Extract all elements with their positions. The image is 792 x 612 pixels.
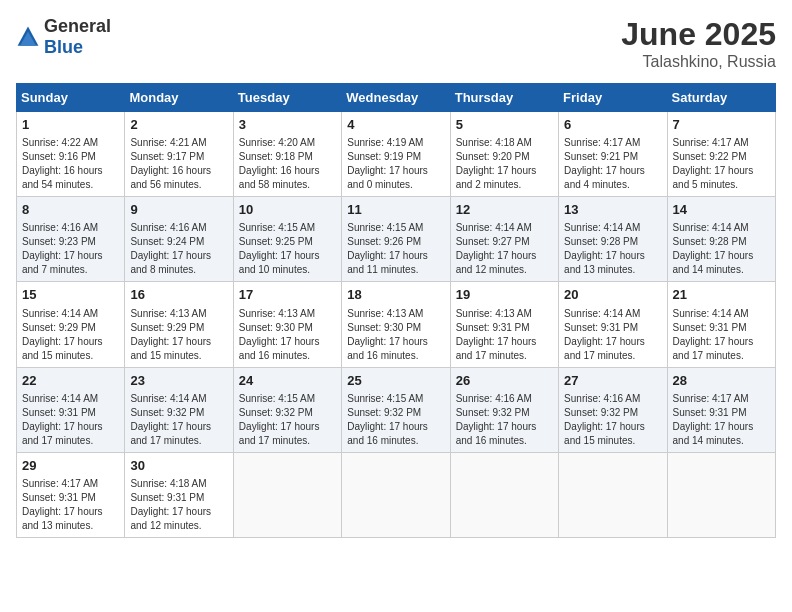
day-number: 20 [564, 286, 661, 304]
day-info: Sunrise: 4:13 AMSunset: 9:29 PMDaylight:… [130, 307, 227, 363]
table-row: 14Sunrise: 4:14 AMSunset: 9:28 PMDayligh… [667, 197, 775, 282]
day-info: Sunrise: 4:14 AMSunset: 9:29 PMDaylight:… [22, 307, 119, 363]
day-info: Sunrise: 4:14 AMSunset: 9:27 PMDaylight:… [456, 221, 553, 277]
calendar-week-row: 1Sunrise: 4:22 AMSunset: 9:16 PMDaylight… [17, 112, 776, 197]
table-row: 26Sunrise: 4:16 AMSunset: 9:32 PMDayligh… [450, 367, 558, 452]
day-info: Sunrise: 4:20 AMSunset: 9:18 PMDaylight:… [239, 136, 336, 192]
page-header: General Blue June 2025 Talashkino, Russi… [16, 16, 776, 71]
day-info: Sunrise: 4:21 AMSunset: 9:17 PMDaylight:… [130, 136, 227, 192]
table-row [342, 452, 450, 537]
day-info: Sunrise: 4:13 AMSunset: 9:31 PMDaylight:… [456, 307, 553, 363]
logo: General Blue [16, 16, 111, 58]
day-number: 28 [673, 372, 770, 390]
table-row: 7Sunrise: 4:17 AMSunset: 9:22 PMDaylight… [667, 112, 775, 197]
calendar-week-row: 29Sunrise: 4:17 AMSunset: 9:31 PMDayligh… [17, 452, 776, 537]
day-info: Sunrise: 4:13 AMSunset: 9:30 PMDaylight:… [239, 307, 336, 363]
day-number: 21 [673, 286, 770, 304]
table-row: 20Sunrise: 4:14 AMSunset: 9:31 PMDayligh… [559, 282, 667, 367]
table-row: 15Sunrise: 4:14 AMSunset: 9:29 PMDayligh… [17, 282, 125, 367]
day-number: 9 [130, 201, 227, 219]
table-row: 30Sunrise: 4:18 AMSunset: 9:31 PMDayligh… [125, 452, 233, 537]
day-info: Sunrise: 4:18 AMSunset: 9:20 PMDaylight:… [456, 136, 553, 192]
day-number: 26 [456, 372, 553, 390]
table-row: 10Sunrise: 4:15 AMSunset: 9:25 PMDayligh… [233, 197, 341, 282]
table-row: 6Sunrise: 4:17 AMSunset: 9:21 PMDaylight… [559, 112, 667, 197]
day-number: 16 [130, 286, 227, 304]
table-row: 24Sunrise: 4:15 AMSunset: 9:32 PMDayligh… [233, 367, 341, 452]
day-number: 27 [564, 372, 661, 390]
day-number: 22 [22, 372, 119, 390]
day-number: 3 [239, 116, 336, 134]
calendar-header-row: Sunday Monday Tuesday Wednesday Thursday… [17, 84, 776, 112]
calendar-week-row: 8Sunrise: 4:16 AMSunset: 9:23 PMDaylight… [17, 197, 776, 282]
table-row [233, 452, 341, 537]
day-number: 10 [239, 201, 336, 219]
calendar-table: Sunday Monday Tuesday Wednesday Thursday… [16, 83, 776, 538]
day-info: Sunrise: 4:15 AMSunset: 9:25 PMDaylight:… [239, 221, 336, 277]
table-row [450, 452, 558, 537]
day-number: 25 [347, 372, 444, 390]
col-wednesday: Wednesday [342, 84, 450, 112]
day-info: Sunrise: 4:15 AMSunset: 9:32 PMDaylight:… [347, 392, 444, 448]
table-row: 8Sunrise: 4:16 AMSunset: 9:23 PMDaylight… [17, 197, 125, 282]
day-number: 11 [347, 201, 444, 219]
day-info: Sunrise: 4:17 AMSunset: 9:21 PMDaylight:… [564, 136, 661, 192]
day-number: 15 [22, 286, 119, 304]
table-row: 12Sunrise: 4:14 AMSunset: 9:27 PMDayligh… [450, 197, 558, 282]
table-row: 4Sunrise: 4:19 AMSunset: 9:19 PMDaylight… [342, 112, 450, 197]
calendar-week-row: 22Sunrise: 4:14 AMSunset: 9:31 PMDayligh… [17, 367, 776, 452]
day-number: 17 [239, 286, 336, 304]
generalblue-logo-icon [16, 25, 40, 49]
day-number: 6 [564, 116, 661, 134]
day-info: Sunrise: 4:15 AMSunset: 9:32 PMDaylight:… [239, 392, 336, 448]
day-info: Sunrise: 4:14 AMSunset: 9:28 PMDaylight:… [673, 221, 770, 277]
col-sunday: Sunday [17, 84, 125, 112]
col-tuesday: Tuesday [233, 84, 341, 112]
table-row: 9Sunrise: 4:16 AMSunset: 9:24 PMDaylight… [125, 197, 233, 282]
logo-text: General Blue [44, 16, 111, 58]
day-info: Sunrise: 4:14 AMSunset: 9:31 PMDaylight:… [564, 307, 661, 363]
logo-general: General [44, 16, 111, 36]
table-row: 17Sunrise: 4:13 AMSunset: 9:30 PMDayligh… [233, 282, 341, 367]
calendar-location: Talashkino, Russia [621, 53, 776, 71]
day-number: 14 [673, 201, 770, 219]
day-info: Sunrise: 4:19 AMSunset: 9:19 PMDaylight:… [347, 136, 444, 192]
day-number: 30 [130, 457, 227, 475]
day-info: Sunrise: 4:14 AMSunset: 9:32 PMDaylight:… [130, 392, 227, 448]
col-monday: Monday [125, 84, 233, 112]
calendar-week-row: 15Sunrise: 4:14 AMSunset: 9:29 PMDayligh… [17, 282, 776, 367]
table-row: 18Sunrise: 4:13 AMSunset: 9:30 PMDayligh… [342, 282, 450, 367]
day-info: Sunrise: 4:15 AMSunset: 9:26 PMDaylight:… [347, 221, 444, 277]
day-info: Sunrise: 4:17 AMSunset: 9:31 PMDaylight:… [22, 477, 119, 533]
day-info: Sunrise: 4:14 AMSunset: 9:31 PMDaylight:… [22, 392, 119, 448]
day-info: Sunrise: 4:17 AMSunset: 9:31 PMDaylight:… [673, 392, 770, 448]
table-row [667, 452, 775, 537]
table-row: 19Sunrise: 4:13 AMSunset: 9:31 PMDayligh… [450, 282, 558, 367]
logo-blue: Blue [44, 37, 83, 57]
col-friday: Friday [559, 84, 667, 112]
table-row: 21Sunrise: 4:14 AMSunset: 9:31 PMDayligh… [667, 282, 775, 367]
day-number: 1 [22, 116, 119, 134]
calendar-title: June 2025 [621, 16, 776, 53]
col-thursday: Thursday [450, 84, 558, 112]
table-row [559, 452, 667, 537]
day-number: 24 [239, 372, 336, 390]
table-row: 28Sunrise: 4:17 AMSunset: 9:31 PMDayligh… [667, 367, 775, 452]
day-info: Sunrise: 4:16 AMSunset: 9:32 PMDaylight:… [456, 392, 553, 448]
table-row: 23Sunrise: 4:14 AMSunset: 9:32 PMDayligh… [125, 367, 233, 452]
table-row: 11Sunrise: 4:15 AMSunset: 9:26 PMDayligh… [342, 197, 450, 282]
day-number: 29 [22, 457, 119, 475]
day-info: Sunrise: 4:17 AMSunset: 9:22 PMDaylight:… [673, 136, 770, 192]
table-row: 22Sunrise: 4:14 AMSunset: 9:31 PMDayligh… [17, 367, 125, 452]
day-info: Sunrise: 4:16 AMSunset: 9:24 PMDaylight:… [130, 221, 227, 277]
day-number: 13 [564, 201, 661, 219]
day-number: 19 [456, 286, 553, 304]
day-info: Sunrise: 4:22 AMSunset: 9:16 PMDaylight:… [22, 136, 119, 192]
day-number: 12 [456, 201, 553, 219]
table-row: 29Sunrise: 4:17 AMSunset: 9:31 PMDayligh… [17, 452, 125, 537]
day-info: Sunrise: 4:16 AMSunset: 9:23 PMDaylight:… [22, 221, 119, 277]
day-number: 23 [130, 372, 227, 390]
day-number: 8 [22, 201, 119, 219]
table-row: 25Sunrise: 4:15 AMSunset: 9:32 PMDayligh… [342, 367, 450, 452]
day-number: 7 [673, 116, 770, 134]
